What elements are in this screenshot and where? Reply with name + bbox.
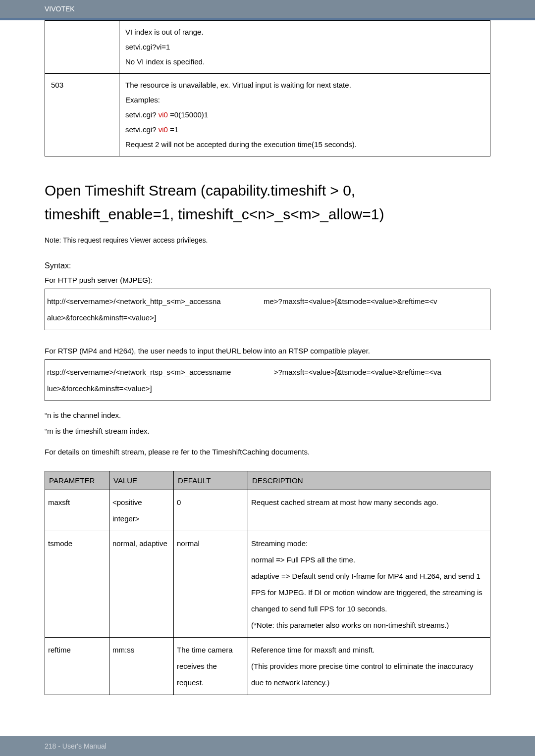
text-line: setvi.cgi? vi0 =0(15000)1 (125, 107, 484, 122)
text-line: setvi.cgi? vi0 =1 (125, 122, 484, 137)
param-cell: tsmode (45, 531, 109, 638)
page-number-label: 218 - User's Manual (45, 742, 107, 750)
text-line: VI index is out of range. (125, 25, 484, 40)
default-cell: The time camera receives the request. (174, 638, 248, 695)
status-code-cell-empty (45, 21, 119, 74)
note-n: “n is the channel index. (45, 408, 490, 422)
vi0-red: vi0 (159, 110, 168, 119)
param-cell: maxsft (45, 490, 109, 531)
header-bar: VIVOTEK (0, 0, 535, 18)
heading-line-1: Open Timeshift Stream (capability.timesh… (45, 179, 490, 202)
brand-label: VIVOTEK (45, 5, 75, 13)
rtsp-label: For RTSP (MP4 and H264), the user needs … (45, 345, 490, 357)
text-line: setvi.cgi?vi=1 (125, 40, 484, 54)
value-cell: normal, adaptive (109, 531, 174, 638)
table-row: VI index is out of range. setvi.cgi?vi=1… (45, 21, 490, 74)
note-m: “m is the timeshift stream index. (45, 424, 490, 438)
text-line: No VI index is specified. (125, 54, 484, 69)
text-segment: =0(15000)1 (168, 110, 208, 119)
main-content: VI index is out of range. setvi.cgi?vi=1… (0, 20, 535, 710)
param-cell: reftime (45, 638, 109, 695)
note-details: For details on timeshift stream, please … (45, 445, 490, 458)
page-footer: 218 - User's Manual (0, 736, 535, 756)
section-heading: Open Timeshift Stream (capability.timesh… (45, 179, 490, 226)
heading-line-2: timeshift_enable=1, timeshift_c<n>_s<m>_… (45, 202, 490, 226)
table-row: 503 The resource is unavailable, ex. Vir… (45, 74, 490, 156)
table-header-row: PARAMETER VALUE DEFAULT DESCRIPTION (45, 471, 490, 490)
text-line: Request 2 will not be accepted during th… (125, 137, 484, 152)
status-code-table: VI index is out of range. setvi.cgi?vi=1… (45, 20, 490, 156)
status-code-cell: 503 (45, 74, 119, 156)
http-syntax-box: http://<servername>/<network_http_s<m>_a… (45, 289, 490, 330)
note-line: Note: This request requires Viewer acces… (45, 236, 490, 244)
rtsp-syntax-box: rtsp://<servername>/<network_rtsp_s<m>_a… (45, 359, 490, 401)
text-segment: setvi.cgi? (125, 110, 159, 119)
status-desc-cell: The resource is unavailable, ex. Virtual… (119, 74, 490, 156)
text-line: The resource is unavailable, ex. Virtual… (125, 78, 484, 93)
desc-cell: Reference time for maxsft and minsft. (T… (248, 638, 490, 695)
header-description: DESCRIPTION (248, 471, 490, 490)
text-segment: =1 (168, 125, 178, 134)
default-cell: 0 (174, 490, 248, 531)
parameter-table: PARAMETER VALUE DEFAULT DESCRIPTION maxs… (45, 471, 490, 695)
syntax-label: Syntax: (45, 261, 490, 270)
http-label: For HTTP push server (MJPEG): (45, 274, 490, 286)
desc-cell: Streaming mode: normal => Full FPS all t… (248, 531, 490, 638)
header-default: DEFAULT (174, 471, 248, 490)
value-cell: mm:ss (109, 638, 174, 695)
status-desc-cell: VI index is out of range. setvi.cgi?vi=1… (119, 21, 490, 74)
header-parameter: PARAMETER (45, 471, 109, 490)
value-cell: <positive integer> (109, 490, 174, 531)
table-row: reftime mm:ss The time camera receives t… (45, 638, 490, 695)
page-container: VIVOTEK VI index is out of range. setvi.… (0, 0, 535, 756)
text-line: Examples: (125, 93, 484, 107)
default-cell: normal (174, 531, 248, 638)
vi0-red: vi0 (159, 125, 168, 134)
table-row: maxsft <positive integer> 0 Request cach… (45, 490, 490, 531)
desc-cell: Request cached stream at most how many s… (248, 490, 490, 531)
table-row: tsmode normal, adaptive normal Streaming… (45, 531, 490, 638)
text-segment: setvi.cgi? (125, 125, 159, 134)
header-value: VALUE (109, 471, 174, 490)
